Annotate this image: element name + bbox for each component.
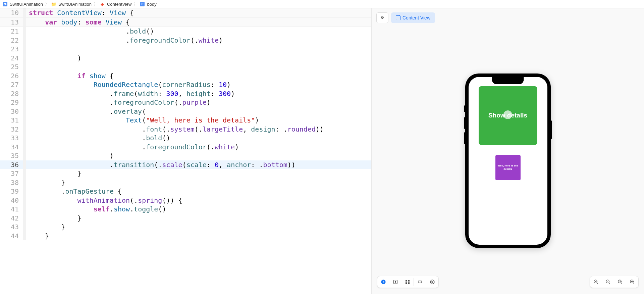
fold-ribbon[interactable] — [23, 196, 26, 205]
fold-ribbon[interactable] — [23, 214, 26, 223]
line-number[interactable]: 33 — [0, 134, 23, 143]
code-line[interactable]: 26 if show { — [0, 71, 371, 81]
line-number[interactable]: 25 — [0, 62, 23, 71]
code-line[interactable]: 22 .foregroundColor(.white) — [0, 36, 371, 45]
code-line[interactable]: 21 .bold() — [0, 27, 371, 36]
code-line[interactable]: 42 } — [0, 214, 371, 223]
breadcrumb[interactable]: ⌘ SwiftUIAnimation 〉 📁 SwiftUIAnimation … — [0, 0, 644, 8]
code-line[interactable]: 37 } — [0, 169, 371, 178]
show-details-card[interactable]: Show details — [479, 86, 537, 145]
code-text[interactable]: } — [26, 223, 65, 232]
zoom-out-button[interactable] — [590, 276, 602, 288]
pin-preview-button[interactable] — [376, 12, 388, 23]
code-line[interactable]: 41 self.show.toggle() — [0, 205, 371, 214]
fold-ribbon[interactable] — [23, 107, 26, 116]
variants-button[interactable] — [401, 276, 414, 288]
code-text[interactable]: if show { — [26, 71, 114, 81]
line-number[interactable]: 32 — [0, 125, 23, 134]
line-number[interactable]: 10 — [0, 8, 23, 17]
fold-ribbon[interactable] — [23, 89, 26, 98]
selectable-button[interactable] — [389, 276, 401, 288]
fold-ribbon[interactable] — [23, 98, 26, 107]
code-line[interactable]: 33 .bold() — [0, 134, 371, 143]
code-text[interactable]: withAnimation(.spring()) { — [26, 196, 182, 205]
line-number[interactable]: 36 — [0, 160, 23, 169]
code-editor[interactable]: 10struct ContentView: View {13 var body:… — [0, 8, 372, 294]
code-text[interactable]: struct ContentView: View { — [26, 8, 134, 17]
fold-ribbon[interactable] — [23, 54, 26, 63]
code-line[interactable]: 25 — [0, 62, 371, 71]
code-line[interactable]: 23 — [0, 45, 371, 54]
code-line[interactable]: 31 Text("Well, here is the details") — [0, 116, 371, 125]
fold-ribbon[interactable] — [23, 232, 26, 241]
code-text[interactable] — [26, 62, 33, 71]
code-line[interactable]: 28 .frame(width: 300, height: 300) — [0, 89, 371, 98]
code-line[interactable]: 24 ) — [0, 54, 371, 63]
line-number[interactable]: 42 — [0, 214, 23, 223]
line-number[interactable]: 29 — [0, 98, 23, 107]
line-number[interactable]: 13 — [0, 18, 23, 27]
preview-options-button[interactable] — [426, 276, 438, 288]
code-text[interactable]: } — [26, 169, 82, 178]
code-text[interactable]: .font(.system(.largeTitle, design: .roun… — [26, 125, 324, 134]
live-preview-button[interactable] — [377, 276, 389, 288]
fold-ribbon[interactable] — [23, 71, 26, 81]
code-text[interactable]: .bold() — [26, 134, 170, 143]
code-text[interactable]: var body: some View { — [26, 18, 130, 27]
code-line[interactable]: 13 var body: some View { — [0, 18, 371, 27]
code-line[interactable]: 10struct ContentView: View { — [0, 8, 371, 18]
line-number[interactable]: 27 — [0, 80, 23, 89]
fold-ribbon[interactable] — [23, 27, 26, 36]
code-text[interactable]: .foregroundColor(.white) — [26, 143, 239, 152]
line-number[interactable]: 31 — [0, 116, 23, 125]
code-line[interactable]: 30 .overlay( — [0, 107, 371, 116]
code-text[interactable]: } — [26, 178, 65, 187]
device-settings-button[interactable] — [414, 276, 426, 288]
line-number[interactable]: 21 — [0, 27, 23, 36]
code-line[interactable]: 39 .onTapGesture { — [0, 187, 371, 196]
code-text[interactable]: .onTapGesture { — [26, 187, 122, 196]
fold-ribbon[interactable] — [23, 178, 26, 187]
line-number[interactable]: 40 — [0, 196, 23, 205]
fold-ribbon[interactable] — [23, 134, 26, 143]
code-line[interactable]: 38 } — [0, 178, 371, 187]
code-line[interactable]: 34 .foregroundColor(.white) — [0, 143, 371, 152]
fold-ribbon[interactable] — [23, 45, 26, 54]
line-number[interactable]: 37 — [0, 169, 23, 178]
code-text[interactable]: ) — [26, 54, 82, 63]
code-line[interactable]: 29 .foregroundColor(.purple) — [0, 98, 371, 107]
code-line[interactable]: 36 .transition(.scale(scale: 0, anchor: … — [0, 160, 371, 169]
line-number[interactable]: 28 — [0, 89, 23, 98]
code-line[interactable]: 32 .font(.system(.largeTitle, design: .r… — [0, 125, 371, 134]
fold-ribbon[interactable] — [23, 160, 26, 169]
code-line[interactable]: 35 ) — [0, 151, 371, 160]
line-number[interactable]: 44 — [0, 232, 23, 241]
zoom-actual-button[interactable]: 1 — [602, 276, 614, 288]
fold-ribbon[interactable] — [23, 223, 26, 232]
code-line[interactable]: 27 RoundedRectangle(cornerRadius: 10) — [0, 80, 371, 89]
code-line[interactable]: 43 } — [0, 223, 371, 232]
code-text[interactable]: .foregroundColor(.white) — [26, 36, 223, 45]
crumb-project[interactable]: SwiftUIAnimation — [10, 2, 43, 7]
code-text[interactable]: self.show.toggle() — [26, 205, 166, 214]
content-view-selector[interactable]: Content View — [391, 12, 435, 23]
line-number[interactable]: 24 — [0, 54, 23, 63]
line-number[interactable]: 39 — [0, 187, 23, 196]
zoom-fit-button[interactable] — [614, 276, 626, 288]
fold-ribbon[interactable] — [23, 62, 26, 71]
code-text[interactable]: .bold() — [26, 27, 154, 36]
fold-ribbon[interactable] — [23, 169, 26, 178]
crumb-property[interactable]: body — [147, 2, 156, 7]
fold-ribbon[interactable] — [23, 8, 26, 17]
line-number[interactable]: 34 — [0, 143, 23, 152]
code-line[interactable]: 44 } — [0, 232, 371, 241]
fold-ribbon[interactable] — [23, 151, 26, 160]
code-text[interactable]: RoundedRectangle(cornerRadius: 10) — [26, 80, 231, 89]
fold-ribbon[interactable] — [23, 125, 26, 134]
phone-screen[interactable]: Show details Well, here is the details — [469, 77, 547, 245]
code-text[interactable]: ) — [26, 151, 114, 160]
fold-ribbon[interactable] — [23, 36, 26, 45]
fold-ribbon[interactable] — [23, 187, 26, 196]
code-text[interactable]: .transition(.scale(scale: 0, anchor: .bo… — [26, 160, 296, 169]
fold-ribbon[interactable] — [23, 116, 26, 125]
